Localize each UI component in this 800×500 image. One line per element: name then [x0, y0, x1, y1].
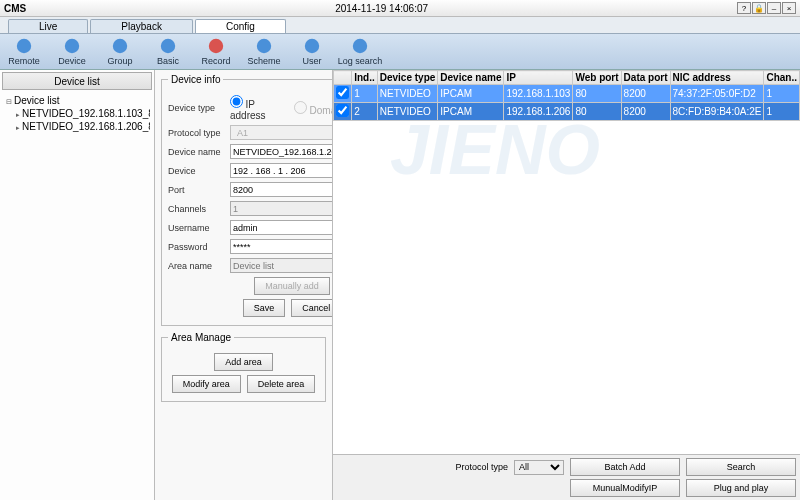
- protocol-select: A1: [230, 125, 333, 140]
- col-header[interactable]: [334, 71, 352, 85]
- table-body: 1NETVIDEOIPCAM192.168.1.10380820074:37:2…: [334, 85, 800, 121]
- device-name-input[interactable]: [230, 144, 333, 159]
- label-device-type: Device type: [168, 103, 226, 113]
- cancel-button[interactable]: Cancel: [291, 299, 333, 317]
- manual-modify-ip-button[interactable]: MunualModifyIP: [570, 479, 680, 497]
- tree-root[interactable]: Device list: [4, 94, 150, 107]
- col-header[interactable]: Ind..: [352, 71, 378, 85]
- toolbar-logsearch[interactable]: Log search: [336, 34, 384, 69]
- radio-domain[interactable]: Domain: [294, 101, 333, 116]
- password-input[interactable]: [230, 239, 333, 254]
- label-device: Device: [168, 166, 226, 176]
- app-title: CMS: [4, 3, 26, 14]
- bottom-protocol-select[interactable]: All: [514, 460, 564, 475]
- label-username: Username: [168, 223, 226, 233]
- device-info-panel: Device info Device type IP address Domai…: [161, 74, 333, 326]
- radio-ip[interactable]: IP address: [230, 95, 288, 121]
- toolbar-basic[interactable]: Basic: [144, 34, 192, 69]
- svg-point-7: [353, 39, 367, 53]
- add-area-button[interactable]: Add area: [214, 353, 273, 371]
- save-button[interactable]: Save: [243, 299, 286, 317]
- svg-point-4: [209, 39, 223, 53]
- manually-add-button: Manually add: [254, 277, 330, 295]
- area-input: [230, 258, 333, 273]
- batch-add-button[interactable]: Batch Add: [570, 458, 680, 476]
- svg-point-2: [113, 39, 127, 53]
- label-devname: Device name: [168, 147, 226, 157]
- col-header[interactable]: Web port: [573, 71, 621, 85]
- toolbar-record[interactable]: Record: [192, 34, 240, 69]
- table-header-row: Ind..Device typeDevice nameIPWeb portDat…: [334, 71, 800, 85]
- toolbar-group[interactable]: Group: [96, 34, 144, 69]
- close-button[interactable]: ×: [782, 2, 796, 14]
- tree-item[interactable]: NETVIDEO_192.168.1.103_8200: [4, 107, 150, 120]
- toolbar-device[interactable]: Device: [48, 34, 96, 69]
- toolbar-remote[interactable]: Remote: [0, 34, 48, 69]
- device-ip-input[interactable]: [230, 163, 333, 178]
- tab-live[interactable]: Live: [8, 19, 88, 33]
- area-manage-legend: Area Manage: [168, 332, 234, 343]
- device-table: Ind..Device typeDevice nameIPWeb portDat…: [333, 70, 800, 121]
- port-input[interactable]: [230, 182, 333, 197]
- lock-button[interactable]: 🔒: [752, 2, 766, 14]
- area-manage-panel: Area Manage Add area Modify area Delete …: [161, 332, 326, 402]
- label-port: Port: [168, 185, 226, 195]
- table-row[interactable]: 2NETVIDEOIPCAM192.168.1.2068082008C:FD:B…: [334, 103, 800, 121]
- col-header[interactable]: Chan..: [764, 71, 800, 85]
- col-header[interactable]: IP: [504, 71, 573, 85]
- delete-area-button[interactable]: Delete area: [247, 375, 316, 393]
- label-password: Password: [168, 242, 226, 252]
- svg-point-0: [17, 39, 31, 53]
- toolbar-scheme[interactable]: Scheme: [240, 34, 288, 69]
- row-checkbox[interactable]: [336, 86, 349, 99]
- help-button[interactable]: ?: [737, 2, 751, 14]
- sidebar-tab[interactable]: Device list: [2, 72, 152, 90]
- timestamp: 2014-11-19 14:06:07: [26, 3, 737, 14]
- row-checkbox[interactable]: [336, 104, 349, 117]
- username-input[interactable]: [230, 220, 333, 235]
- svg-point-1: [65, 39, 79, 53]
- toolbar: RemoteDeviceGroupBasicRecordSchemeUserLo…: [0, 34, 800, 70]
- channels-input: [230, 201, 333, 216]
- device-tree: Device list NETVIDEO_192.168.1.103_8200 …: [0, 92, 154, 135]
- table-row[interactable]: 1NETVIDEOIPCAM192.168.1.10380820074:37:2…: [334, 85, 800, 103]
- col-header[interactable]: Data port: [621, 71, 670, 85]
- label-channels: Channels: [168, 204, 226, 214]
- bottom-protocol-label: Protocol type: [455, 462, 508, 472]
- minimize-button[interactable]: –: [767, 2, 781, 14]
- search-button[interactable]: Search: [686, 458, 796, 476]
- watermark: JIENO: [390, 110, 600, 190]
- toolbar-user[interactable]: User: [288, 34, 336, 69]
- svg-point-5: [257, 39, 271, 53]
- device-info-legend: Device info: [168, 74, 223, 85]
- label-protocol: Protocol type: [168, 128, 226, 138]
- col-header[interactable]: NIC address: [670, 71, 764, 85]
- col-header[interactable]: Device name: [438, 71, 504, 85]
- col-header[interactable]: Device type: [377, 71, 438, 85]
- svg-point-3: [161, 39, 175, 53]
- tab-config[interactable]: Config: [195, 19, 286, 33]
- tree-item[interactable]: NETVIDEO_192.168.1.206_8200: [4, 120, 150, 133]
- plug-and-play-button[interactable]: Plug and play: [686, 479, 796, 497]
- modify-area-button[interactable]: Modify area: [172, 375, 241, 393]
- tab-playback[interactable]: Playback: [90, 19, 193, 33]
- svg-point-6: [305, 39, 319, 53]
- label-area: Area name: [168, 261, 226, 271]
